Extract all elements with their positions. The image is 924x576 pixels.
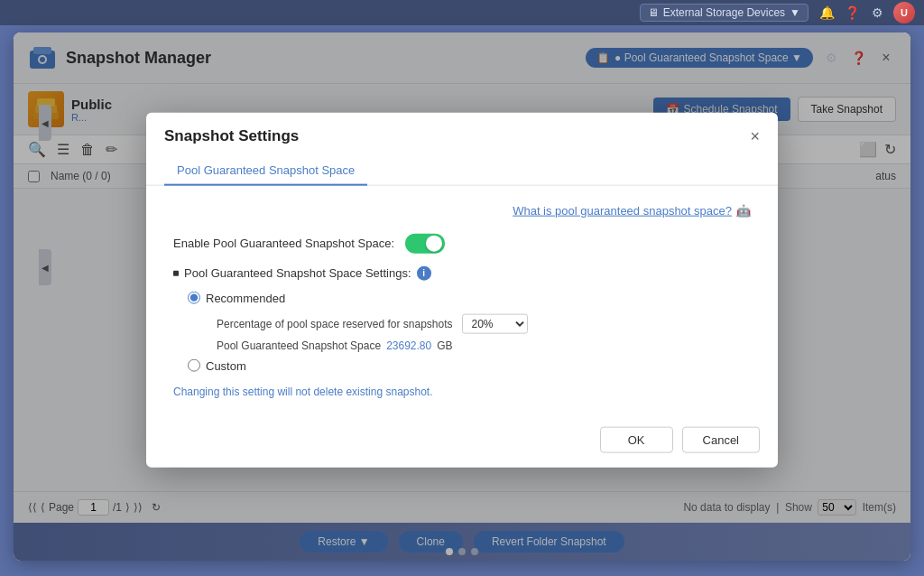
radio-recommended-item: Recommended xyxy=(188,291,751,304)
indented-settings: Percentage of pool space reserved for sn… xyxy=(188,313,751,351)
toggle-knob xyxy=(426,235,442,251)
section-label-row: Pool Guaranteed Snapshot Space Settings:… xyxy=(173,265,751,280)
radio-custom-label: Custom xyxy=(206,358,246,372)
snapshot-settings-modal: Snapshot Settings × Pool Guaranteed Snap… xyxy=(146,112,778,467)
storage-label: External Storage Devices xyxy=(663,6,785,19)
help-link[interactable]: What is pool guaranteed snapshot space? … xyxy=(173,203,751,217)
help-icon[interactable]: ❓ xyxy=(843,4,861,22)
percent-label: Percentage of pool space reserved for sn… xyxy=(217,317,453,330)
storage-dropdown-arrow: ▼ xyxy=(790,6,800,19)
section-info-icon[interactable]: i xyxy=(417,265,431,280)
settings-icon[interactable]: ⚙ xyxy=(868,4,886,22)
modal-tabs: Pool Guaranteed Snapshot Space xyxy=(146,155,778,185)
space-row: Pool Guaranteed Snapshot Space 23692.80 … xyxy=(217,339,751,351)
help-link-text: What is pool guaranteed snapshot space? xyxy=(513,203,732,217)
enable-label: Enable Pool Guaranteed Snapshot Space: xyxy=(173,237,394,250)
notifications-icon[interactable]: 🔔 xyxy=(818,4,836,22)
section-bullet xyxy=(173,270,179,275)
radio-custom-item: Custom xyxy=(188,358,751,372)
radio-recommended-label: Recommended xyxy=(206,291,285,304)
space-unit: GB xyxy=(437,339,452,351)
modal-header: Snapshot Settings × xyxy=(146,112,778,144)
cancel-button[interactable]: Cancel xyxy=(682,426,760,452)
percent-select[interactable]: 20% 10% 30% 40% xyxy=(462,313,528,333)
top-bar-icons: 🔔 ❓ ⚙ U xyxy=(818,2,915,23)
percent-row: Percentage of pool space reserved for sn… xyxy=(217,313,751,333)
section-label-text: Pool Guaranteed Snapshot Space Settings: xyxy=(184,266,411,280)
help-emoji-icon: 🤖 xyxy=(736,203,751,217)
storage-selector[interactable]: 🖥 External Storage Devices ▼ xyxy=(640,4,808,22)
tab-pool-guaranteed[interactable]: Pool Guaranteed Snapshot Space xyxy=(164,155,367,185)
notice-text: Changing this setting will not delete ex… xyxy=(173,385,751,397)
modal-body: What is pool guaranteed snapshot space? … xyxy=(146,185,778,415)
top-bar: 🖥 External Storage Devices ▼ 🔔 ❓ ⚙ U xyxy=(0,0,924,25)
enable-toggle-row: Enable Pool Guaranteed Snapshot Space: xyxy=(173,233,751,253)
radio-recommended[interactable] xyxy=(188,292,200,304)
modal-close-button[interactable]: × xyxy=(750,127,760,144)
modal-footer: OK Cancel xyxy=(146,415,778,467)
space-label: Pool Guaranteed Snapshot Space xyxy=(217,339,381,351)
storage-device-icon: 🖥 xyxy=(648,6,659,19)
ok-button[interactable]: OK xyxy=(600,426,673,452)
modal-title: Snapshot Settings xyxy=(164,126,299,144)
space-value: 23692.80 xyxy=(386,339,431,351)
enable-toggle[interactable] xyxy=(405,233,445,253)
user-avatar[interactable]: U xyxy=(893,2,915,23)
radio-group: Recommended Percentage of pool space res… xyxy=(173,291,751,372)
radio-custom[interactable] xyxy=(188,359,200,372)
main-window: ◀ ◀ Snapshot Manager 📋 ● Pool Guaranteed… xyxy=(14,33,910,561)
